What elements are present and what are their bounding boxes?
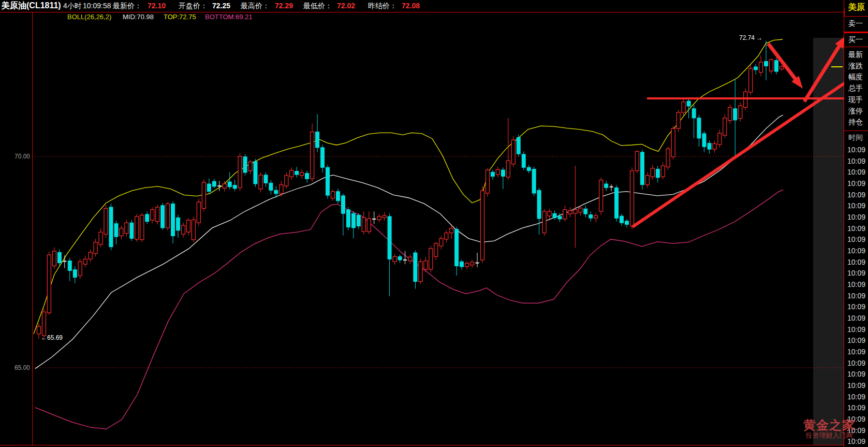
quote-field-label: 最高价： xyxy=(241,2,270,10)
time-row[interactable]: 10:09 xyxy=(847,403,865,412)
boll-bottom: BOTTOM:69.21 xyxy=(205,13,253,21)
time-row[interactable]: 10:09 xyxy=(847,437,865,445)
sidebar-row-1[interactable]: 涨跌 xyxy=(848,62,863,71)
sidebar-row-3[interactable]: 总手 xyxy=(848,84,863,93)
axis-label-70: 70.00 xyxy=(6,153,30,160)
quote-field-value: 72.02 xyxy=(337,2,355,10)
time-row[interactable]: 10:09 xyxy=(847,302,865,311)
buy-one-row[interactable]: 买一 xyxy=(848,35,863,45)
sidebar-row-6[interactable]: 持仓 xyxy=(848,118,863,127)
quote-field-value: 72.08 xyxy=(402,2,420,10)
sidebar-row-0[interactable]: 最新 xyxy=(848,50,863,60)
time-row[interactable]: 10:09 xyxy=(847,201,865,210)
sidebar-separator xyxy=(844,16,868,17)
sidebar-separator xyxy=(844,47,868,47)
quote-sidebar: 美原 卖一 买一 最新涨跌幅度总手现手涨停持仓 时间 10:0910:0910:… xyxy=(844,0,868,447)
quote-field-value: 72.29 xyxy=(275,2,293,10)
boll-name: BOLL(26,26,2) xyxy=(67,13,111,21)
time-row[interactable]: 10:09 xyxy=(847,381,865,390)
quote-time: 10:09:58 xyxy=(83,2,111,10)
quote-field-value: 72.10 xyxy=(148,2,166,10)
time-column-header: 时间 xyxy=(848,133,863,142)
quote-field-label: 最低价： xyxy=(303,2,332,10)
time-row[interactable]: 10:09 xyxy=(847,168,865,176)
trading-app-window: 美原油(CL1811) 4小时 10:09:58 最新价：72.10开盘价：72… xyxy=(0,0,868,447)
time-row[interactable]: 10:09 xyxy=(847,235,865,243)
period-label[interactable]: 4小时 xyxy=(63,2,82,10)
time-row[interactable]: 10:09 xyxy=(847,325,865,334)
current-price-marker xyxy=(831,66,843,67)
time-row[interactable]: 10:09 xyxy=(847,280,865,289)
high-price-label: 72.74 → xyxy=(739,34,762,41)
low-price-label: ←65.69 xyxy=(41,334,63,341)
quote-field-label: 开盘价： xyxy=(179,2,208,10)
time-row[interactable]: 10:09 xyxy=(847,336,865,344)
time-row[interactable]: 10:09 xyxy=(847,157,865,165)
time-row[interactable]: 10:09 xyxy=(847,393,865,401)
time-row[interactable]: 10:09 xyxy=(847,348,865,356)
quote-field-value: 72.25 xyxy=(212,2,230,10)
time-row[interactable]: 10:09 xyxy=(847,179,865,188)
time-row[interactable]: 10:09 xyxy=(847,146,865,154)
time-row[interactable]: 10:09 xyxy=(847,314,865,322)
boll-mid: MID:70.98 xyxy=(123,13,154,21)
sell-one-row[interactable]: 卖一 xyxy=(848,19,863,28)
sidebar-row-4[interactable]: 现手 xyxy=(848,95,863,105)
boll-top: TOP:72.75 xyxy=(164,13,196,21)
instrument-name: 美原油(CL1811) xyxy=(2,1,61,10)
sidebar-separator-thick xyxy=(844,32,868,33)
sidebar-row-2[interactable]: 幅度 xyxy=(848,73,863,82)
sidebar-separator xyxy=(844,131,868,131)
time-row[interactable]: 10:09 xyxy=(847,359,865,367)
time-row[interactable]: 10:09 xyxy=(847,370,865,378)
time-row[interactable]: 10:09 xyxy=(847,426,865,435)
time-row[interactable]: 10:09 xyxy=(847,224,865,233)
quote-field-label: 最新价： xyxy=(113,2,142,10)
time-row[interactable]: 10:09 xyxy=(847,247,865,255)
quote-bar: 美原油(CL1811) 4小时 10:09:58 最新价：72.10开盘价：72… xyxy=(0,0,844,12)
time-row[interactable]: 10:09 xyxy=(847,258,865,266)
sidebar-instrument-tab[interactable]: 美原 xyxy=(848,2,865,13)
quote-field-label: 昨结价： xyxy=(368,2,397,10)
time-row[interactable]: 10:09 xyxy=(847,415,865,423)
sidebar-row-5[interactable]: 涨停 xyxy=(848,107,863,116)
time-row[interactable]: 10:09 xyxy=(847,292,865,300)
time-row[interactable]: 10:09 xyxy=(847,191,865,199)
axis-label-65: 65.00 xyxy=(6,364,30,371)
time-row[interactable]: 10:09 xyxy=(847,269,865,277)
time-row[interactable]: 10:09 xyxy=(847,213,865,221)
active-tab-marker-icon xyxy=(844,9,845,16)
